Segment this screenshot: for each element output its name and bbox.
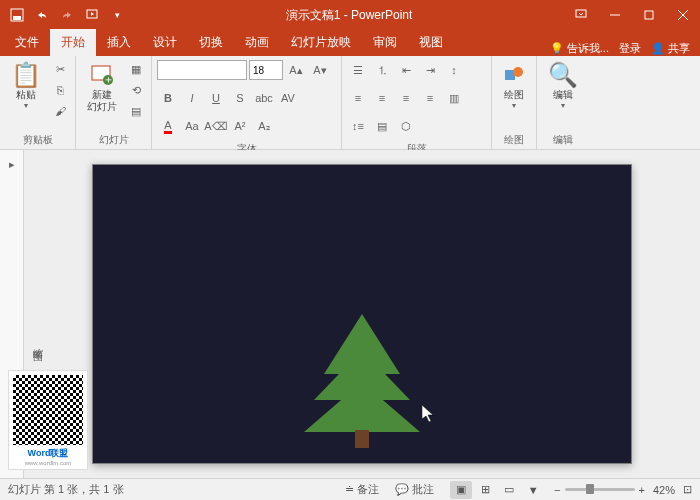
- section-icon[interactable]: ▤: [126, 101, 146, 121]
- justify-icon[interactable]: ≡: [419, 87, 441, 109]
- smartart-icon[interactable]: ⬡: [395, 115, 417, 137]
- align-right-icon[interactable]: ≡: [395, 87, 417, 109]
- tab-home[interactable]: 开始: [50, 29, 96, 56]
- underline-icon[interactable]: U: [205, 87, 227, 109]
- tab-animations[interactable]: 动画: [234, 29, 280, 56]
- bullets-icon[interactable]: ☰: [347, 59, 369, 81]
- editing-button[interactable]: 🔍 编辑 ▾: [542, 59, 584, 112]
- text-direction-icon[interactable]: ↕: [443, 59, 465, 81]
- align-text-icon[interactable]: ▤: [371, 115, 393, 137]
- spacing-icon[interactable]: AV: [277, 87, 299, 109]
- shapes-icon: [503, 61, 525, 89]
- italic-icon[interactable]: I: [181, 87, 203, 109]
- copy-icon[interactable]: ⎘: [50, 80, 70, 100]
- new-slide-button[interactable]: ＋ 新建 幻灯片: [81, 59, 123, 115]
- group-clipboard: 📋 粘贴 ▾ ✂ ⎘ 🖌 剪贴板: [0, 56, 76, 149]
- tab-transitions[interactable]: 切换: [188, 29, 234, 56]
- maximize-icon[interactable]: [632, 0, 666, 30]
- change-case-icon[interactable]: Aa: [181, 115, 203, 137]
- indent-inc-icon[interactable]: ⇥: [419, 59, 441, 81]
- font-size-input[interactable]: 18: [249, 60, 283, 80]
- expand-thumbnails-icon[interactable]: ▸: [9, 158, 15, 171]
- window-title: 演示文稿1 - PowerPoint: [134, 7, 564, 24]
- align-center-icon[interactable]: ≡: [371, 87, 393, 109]
- ribbon-tabs: 文件 开始 插入 设计 切换 动画 幻灯片放映 审阅 视图 💡 告诉我... 登…: [0, 30, 700, 56]
- qat-customize-icon[interactable]: ▾: [106, 4, 128, 26]
- superscript-icon[interactable]: A²: [229, 115, 251, 137]
- bold-icon[interactable]: B: [157, 87, 179, 109]
- svg-text:＋: ＋: [103, 73, 114, 85]
- font-color-icon[interactable]: A: [157, 115, 179, 137]
- shadow-icon[interactable]: abc: [253, 87, 275, 109]
- share-button[interactable]: 👤 共享: [651, 41, 690, 56]
- tab-view[interactable]: 视图: [408, 29, 454, 56]
- window-controls: [564, 0, 700, 30]
- redo-icon[interactable]: [56, 4, 78, 26]
- clear-format-icon[interactable]: A⌫: [205, 115, 227, 137]
- new-slide-icon: ＋: [90, 61, 114, 89]
- indent-dec-icon[interactable]: ⇤: [395, 59, 417, 81]
- tab-design[interactable]: 设计: [142, 29, 188, 56]
- format-painter-icon[interactable]: 🖌: [50, 101, 70, 121]
- group-slides: ＋ 新建 幻灯片 ▦ ⟲ ▤ 幻灯片: [76, 56, 152, 149]
- login-link[interactable]: 登录: [619, 41, 641, 56]
- group-editing: 🔍 编辑 ▾ 编辑: [537, 56, 589, 149]
- work-area: ▸ 缩略图 Word联盟 www.wordlm.com: [0, 150, 700, 478]
- comments-button[interactable]: 💬 批注: [395, 482, 434, 497]
- grow-font-icon[interactable]: A▴: [285, 59, 307, 81]
- title-bar: ▾ 演示文稿1 - PowerPoint: [0, 0, 700, 30]
- font-family-select[interactable]: [157, 60, 247, 80]
- ribbon: 📋 粘贴 ▾ ✂ ⎘ 🖌 剪贴板 ＋ 新建 幻灯片 ▦ ⟲ ▤ 幻灯片: [0, 56, 700, 150]
- undo-icon[interactable]: [31, 4, 53, 26]
- shrink-font-icon[interactable]: A▾: [309, 59, 331, 81]
- line-spacing-icon[interactable]: ↕≡: [347, 115, 369, 137]
- tab-review[interactable]: 审阅: [362, 29, 408, 56]
- cut-icon[interactable]: ✂: [50, 59, 70, 79]
- svg-point-12: [513, 67, 523, 77]
- zoom-slider[interactable]: [565, 488, 635, 491]
- tab-file[interactable]: 文件: [4, 29, 50, 56]
- paste-icon: 📋: [11, 61, 41, 89]
- slide[interactable]: [92, 164, 632, 464]
- drawing-button[interactable]: 绘图 ▾: [497, 59, 531, 112]
- start-show-icon[interactable]: [81, 4, 103, 26]
- subscript-icon[interactable]: A₂: [253, 115, 275, 137]
- tree-trunk: [355, 430, 369, 448]
- tab-insert[interactable]: 插入: [96, 29, 142, 56]
- ribbon-options-icon[interactable]: [564, 0, 598, 30]
- sorter-view-icon[interactable]: ⊞: [474, 481, 496, 499]
- minimize-icon[interactable]: [598, 0, 632, 30]
- tab-slideshow[interactable]: 幻灯片放映: [280, 29, 362, 56]
- reset-icon[interactable]: ⟲: [126, 80, 146, 100]
- find-icon: 🔍: [548, 61, 578, 89]
- notes-button[interactable]: ≐ 备注: [345, 482, 379, 497]
- group-font: 18 A▴ A▾ B I U S abc AV A Aa A⌫ A² A₂ 字体: [152, 56, 342, 149]
- reading-view-icon[interactable]: ▭: [498, 481, 520, 499]
- watermark-qr: Word联盟 www.wordlm.com: [8, 370, 88, 470]
- normal-view-icon[interactable]: ▣: [450, 481, 472, 499]
- tree-bottom: [304, 382, 420, 432]
- qr-code-icon: [13, 375, 83, 445]
- paste-button[interactable]: 📋 粘贴 ▾: [5, 59, 47, 112]
- zoom-in-icon[interactable]: +: [639, 484, 645, 496]
- slide-canvas[interactable]: [24, 150, 700, 478]
- strike-icon[interactable]: S: [229, 87, 251, 109]
- fit-window-icon[interactable]: ⊡: [683, 483, 692, 496]
- status-bar: 幻灯片 第 1 张，共 1 张 ≐ 备注 💬 批注 ▣ ⊞ ▭ ▼ − + 42…: [0, 478, 700, 500]
- close-icon[interactable]: [666, 0, 700, 30]
- align-left-icon[interactable]: ≡: [347, 87, 369, 109]
- numbering-icon[interactable]: ⒈: [371, 59, 393, 81]
- slideshow-view-icon[interactable]: ▼: [522, 481, 544, 499]
- svg-rect-1: [13, 16, 21, 20]
- tell-me[interactable]: 💡 告诉我...: [550, 41, 609, 56]
- columns-icon[interactable]: ▥: [443, 87, 465, 109]
- save-icon[interactable]: [6, 4, 28, 26]
- svg-rect-3: [576, 10, 586, 17]
- zoom-level[interactable]: 42%: [653, 484, 675, 496]
- quick-access-toolbar: ▾: [0, 4, 134, 26]
- zoom-out-icon[interactable]: −: [554, 484, 560, 496]
- slide-counter: 幻灯片 第 1 张，共 1 张: [8, 482, 124, 497]
- group-paragraph: ☰ ⒈ ⇤ ⇥ ↕ ≡ ≡ ≡ ≡ ▥ ↕≡ ▤ ⬡ 段落: [342, 56, 492, 149]
- layout-icon[interactable]: ▦: [126, 59, 146, 79]
- zoom-controls: − + 42% ⊡: [554, 483, 692, 496]
